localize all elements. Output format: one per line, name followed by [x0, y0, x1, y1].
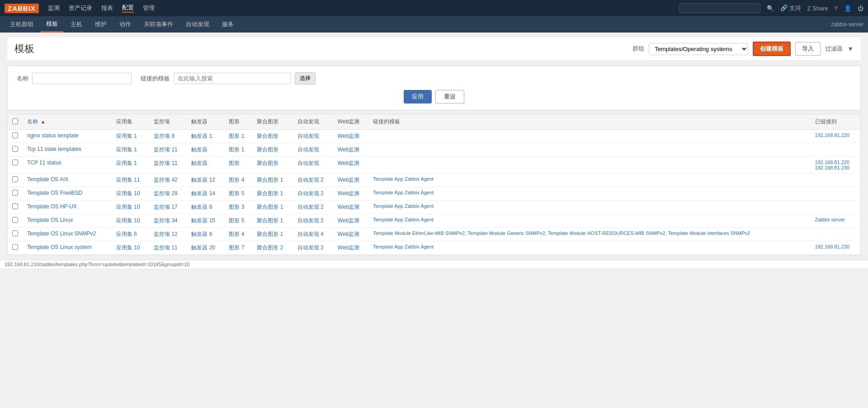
help-icon[interactable]: ? [835, 5, 838, 12]
agg-graph-link[interactable]: 聚合图形 1 [257, 204, 283, 210]
linked-template-link[interactable]: Template App Zabbix Agent [373, 176, 434, 182]
app-set-link[interactable]: 应用集 10 [116, 204, 140, 210]
nav-corr-events[interactable]: 关联项事件 [138, 16, 179, 33]
linked-template-link[interactable]: Template Module Interfaces SNMPv2 [668, 230, 750, 236]
nav-actions[interactable]: 动作 [114, 16, 137, 33]
monitor-items-link[interactable]: 监控项 34 [154, 217, 178, 224]
trigger-link[interactable]: 触发器 8 [191, 204, 212, 210]
web-mon-link[interactable]: Web监测 [338, 146, 359, 153]
linked-template-link[interactable]: Template App Zabbix Agent [373, 203, 434, 209]
auto-disc-link[interactable]: 自动发现 [297, 146, 319, 153]
search-icon[interactable]: 🔍 [767, 5, 774, 12]
row-checkbox[interactable] [12, 203, 18, 209]
trigger-link[interactable]: 触发器 [191, 160, 208, 166]
apply-filter-button[interactable]: 应用 [404, 90, 432, 103]
row-checkbox-cell[interactable] [8, 214, 23, 228]
row-checkbox-cell[interactable] [8, 143, 23, 157]
app-set-link[interactable]: 应用集 10 [116, 190, 140, 197]
row-checkbox[interactable] [12, 230, 18, 236]
nav-monitor[interactable]: 监测 [48, 4, 60, 12]
monitor-items-link[interactable]: 监控项 17 [154, 204, 178, 210]
row-name[interactable]: Template OS Linux [23, 214, 112, 228]
linked-template-select-button[interactable]: 选择 [295, 72, 316, 84]
trigger-link[interactable]: 触发器 1 [191, 133, 212, 139]
agg-graph-link[interactable]: 聚合图形 1 [257, 231, 283, 237]
template-name-link[interactable]: Template OS HP-UX [27, 203, 77, 210]
monitor-items-link[interactable]: 监控项 42 [154, 177, 178, 183]
row-checkbox-cell[interactable] [8, 241, 23, 255]
auto-disc-link[interactable]: 自动发现 4 [297, 231, 324, 237]
nav-asset[interactable]: 资产记录 [69, 4, 92, 12]
row-checkbox[interactable] [12, 132, 18, 138]
name-filter-input[interactable] [32, 73, 132, 84]
linked-template-link[interactable]: Template Module EtherLike-MIB SNMPv2 [373, 230, 465, 236]
reset-filter-button[interactable]: 重设 [435, 90, 464, 103]
linked-template-link[interactable]: Template Module Generic SNMPv2 [467, 230, 545, 236]
nav-host-groups[interactable]: 主机群组 [5, 16, 39, 33]
nav-admin[interactable]: 管理 [143, 4, 155, 12]
row-checkbox[interactable] [12, 159, 18, 165]
graph-link[interactable]: 图形 4 [229, 177, 244, 183]
app-set-link[interactable]: 应用集 10 [116, 217, 140, 224]
nav-services[interactable]: 服务 [217, 16, 239, 33]
row-name[interactable]: TCP 11 status [23, 157, 112, 174]
row-checkbox-cell[interactable] [8, 187, 23, 201]
user-icon[interactable]: 👤 [844, 5, 851, 12]
agg-graph-link[interactable]: 聚合图形 1 [257, 177, 283, 183]
linked-to-link[interactable]: 192.168.81.220 [815, 159, 849, 165]
monitor-items-link[interactable]: 监控项 29 [154, 190, 178, 197]
row-name[interactable]: Tcp 11 state templates [23, 143, 112, 157]
auto-disc-link[interactable]: 自动发现 [297, 133, 319, 139]
graph-link[interactable]: 图形 4 [229, 231, 244, 237]
auto-disc-link[interactable]: 自动发现 2 [297, 217, 324, 224]
nav-report[interactable]: 报表 [101, 4, 113, 12]
trigger-link[interactable]: 触发器 12 [191, 177, 215, 183]
template-name-link[interactable]: Template OS AIX [27, 176, 68, 183]
auto-disc-link[interactable]: 自动发现 2 [297, 204, 324, 210]
nav-auto-discovery[interactable]: 自动发现 [180, 16, 215, 33]
graph-link[interactable]: 图形 1 [229, 146, 244, 153]
linked-template-link[interactable]: Template App Zabbix Agent [373, 190, 434, 195]
linked-template-link[interactable]: Template App Zabbix Agent [373, 217, 434, 222]
agg-graph-link[interactable]: 聚合图形 1 [257, 190, 283, 197]
app-set-link[interactable]: 应用集 1 [116, 146, 137, 153]
nav-hosts[interactable]: 主机 [65, 16, 88, 33]
nav-templates[interactable]: 模板 [41, 16, 63, 33]
filter-icon[interactable]: ▼ [847, 45, 854, 52]
template-name-link[interactable]: Template OS FreeBSD [27, 190, 82, 196]
row-checkbox-cell[interactable] [8, 174, 23, 187]
app-set-link[interactable]: 应用集 1 [116, 160, 137, 166]
trigger-link[interactable]: 触发器 [191, 146, 208, 153]
web-mon-link[interactable]: Web监测 [338, 217, 359, 224]
web-mon-link[interactable]: Web监测 [338, 160, 359, 166]
auto-disc-link[interactable]: 自动发现 2 [297, 244, 324, 251]
linked-template-link[interactable]: Template App Zabbix Agent [373, 244, 434, 249]
app-set-link[interactable]: 应用集 6 [116, 231, 137, 237]
app-set-link[interactable]: 应用集 11 [116, 177, 140, 183]
trigger-link[interactable]: 触发器 20 [191, 244, 215, 251]
select-all-checkbox-header[interactable] [8, 114, 23, 130]
row-name[interactable]: Template OS FreeBSD [23, 187, 112, 201]
agg-graph-link[interactable]: 聚合图形 2 [257, 244, 283, 251]
monitor-items-link[interactable]: 监控项 11 [154, 160, 178, 166]
col-name[interactable]: 名称 ▲ [23, 114, 112, 130]
web-mon-link[interactable]: Web监测 [338, 177, 359, 183]
row-checkbox[interactable] [12, 176, 18, 182]
group-select[interactable]: Templates/Operating systems [649, 43, 748, 55]
linked-template-search-input[interactable] [174, 73, 291, 84]
graph-link[interactable]: 图形 5 [229, 217, 244, 224]
app-set-link[interactable]: 应用集 1 [116, 133, 137, 139]
row-name[interactable]: Template OS Linux SNMPv2 [23, 228, 112, 241]
import-button[interactable]: 导入 [795, 42, 821, 56]
nav-maintenance[interactable]: 维护 [90, 16, 112, 33]
graph-link[interactable]: 图形 1 [229, 133, 244, 139]
share-link[interactable]: Z Share [807, 5, 828, 12]
row-checkbox-cell[interactable] [8, 130, 23, 143]
create-template-button[interactable]: 创建模板 [753, 42, 791, 56]
row-checkbox[interactable] [12, 217, 18, 223]
monitor-items-link[interactable]: 监控项 8 [154, 133, 175, 139]
graph-link[interactable]: 图形 [229, 160, 240, 166]
agg-graph-link[interactable]: 聚合图形 1 [257, 217, 283, 224]
global-search-input[interactable] [679, 3, 760, 13]
web-mon-link[interactable]: Web监测 [338, 204, 359, 210]
